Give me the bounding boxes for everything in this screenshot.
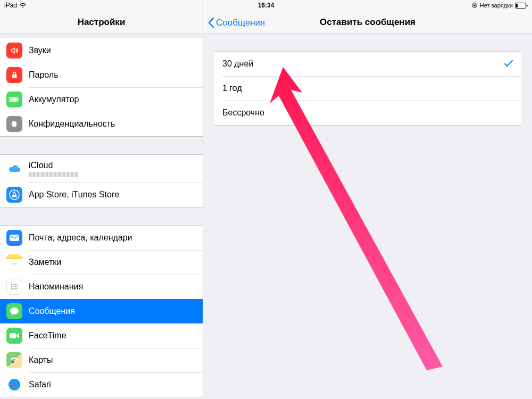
status-time: 16:34 [258, 2, 275, 9]
sidebar-item-messages[interactable]: Сообщения [0, 299, 203, 323]
option-forever[interactable]: Бессрочно [214, 101, 521, 125]
sidebar-item-reminders[interactable]: Напоминания [0, 275, 203, 299]
svg-rect-4 [516, 4, 518, 7]
maps-icon [6, 352, 22, 368]
icloud-account-redacted [29, 172, 78, 177]
sidebar-item-label: iCloud [29, 161, 78, 170]
device-label: iPad [4, 2, 17, 9]
sidebar-item-label: Звуки [29, 46, 51, 55]
sidebar-item-maps[interactable]: Карты [0, 348, 203, 372]
checkmark-icon [504, 59, 513, 70]
option-label: 30 дней [222, 59, 253, 69]
option-label: 1 год [222, 84, 242, 93]
messages-icon [6, 303, 22, 319]
sidebar-item-label: FaceTime [29, 331, 66, 340]
sidebar-item-label: Пароль [29, 70, 59, 80]
svg-rect-8 [11, 98, 17, 101]
option-30-days[interactable]: 30 дней [214, 52, 521, 76]
mail-icon [6, 230, 22, 246]
sidebar-item-battery[interactable]: Аккумулятор [0, 87, 203, 112]
keep-messages-options: 30 дней 1 год Бессрочно [214, 51, 521, 126]
cloud-icon [6, 161, 22, 177]
hand-icon [6, 116, 22, 132]
sidebar-item-label: Сообщения [29, 306, 75, 316]
chevron-left-icon [207, 17, 214, 28]
option-label: Бессрочно [222, 108, 264, 118]
sidebar-item-label: Заметки [29, 257, 61, 267]
sidebar-item-appstore[interactable]: App Store, iTunes Store [0, 182, 203, 207]
svg-rect-5 [12, 74, 17, 78]
sidebar-item-sounds[interactable]: Звуки [0, 38, 203, 63]
sidebar-item-label: Карты [29, 355, 53, 365]
battery-icon [515, 3, 528, 9]
option-1-year[interactable]: 1 год [214, 76, 521, 101]
svg-point-20 [12, 361, 14, 363]
svg-rect-1 [473, 5, 476, 6]
status-bar: iPad 16:34 Нет зарядки [0, 0, 532, 11]
detail-pane: Сообщения Оставить сообщения 30 дней 1 г… [203, 0, 532, 399]
svg-rect-7 [18, 98, 19, 101]
sounds-icon [6, 43, 22, 59]
back-button[interactable]: Сообщения [207, 17, 265, 28]
sidebar-item-label: Конфиденциальность [29, 119, 115, 129]
battery-settings-icon [6, 92, 22, 107]
sidebar-item-icloud[interactable]: iCloud [0, 155, 203, 182]
appstore-icon [6, 187, 22, 203]
notes-icon [6, 254, 22, 270]
wifi-icon [19, 3, 27, 8]
detail-title: Оставить сообщения [320, 17, 415, 28]
svg-rect-3 [527, 4, 528, 6]
sidebar-item-facetime[interactable]: FaceTime [0, 323, 203, 348]
sidebar-item-label: Напоминания [29, 282, 83, 292]
reminders-icon [6, 279, 22, 295]
sidebar-item-mail[interactable]: Почта, адреса, календари [0, 226, 203, 250]
sidebar-item-safari[interactable]: Safari [0, 372, 203, 397]
sidebar-item-label: App Store, iTunes Store [29, 190, 119, 200]
facetime-icon [6, 328, 22, 344]
sidebar-title: Настройки [78, 17, 126, 28]
svg-point-17 [11, 288, 13, 290]
sidebar-item-label: Safari [29, 380, 51, 389]
settings-sidebar: Настройки Звуки Пароль Аккумулято [0, 0, 203, 399]
sidebar-item-passcode[interactable]: Пароль [0, 63, 203, 87]
svg-point-15 [11, 286, 13, 288]
sidebar-item-privacy[interactable]: Конфиденциальность [0, 112, 203, 136]
lock-icon [6, 67, 22, 83]
back-label: Сообщения [216, 18, 265, 28]
safari-icon [6, 377, 22, 393]
sidebar-item-notes[interactable]: Заметки [0, 250, 203, 275]
svg-rect-19 [10, 333, 16, 338]
orientation-lock-icon [471, 2, 478, 9]
svg-rect-10 [10, 235, 19, 241]
svg-point-13 [11, 284, 13, 286]
sidebar-item-label: Почта, адреса, календари [29, 233, 132, 243]
charging-text: Нет зарядки [480, 2, 513, 9]
sidebar-item-label: Аккумулятор [29, 95, 79, 104]
